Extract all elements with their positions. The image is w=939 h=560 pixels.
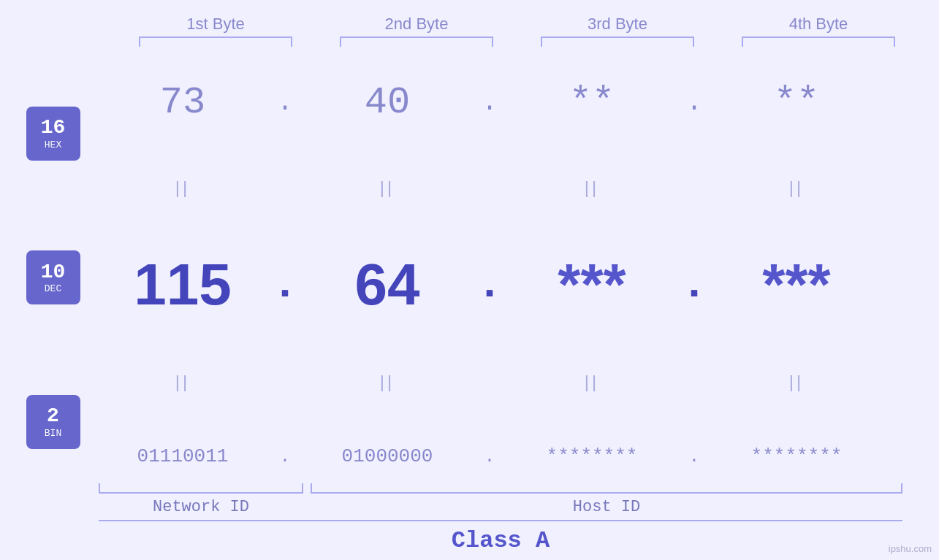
bin-row: 01110011 . 01000000 . ******** . [99, 445, 939, 467]
bin-byte4: ******** [712, 445, 881, 467]
bin-byte1-value: 01110011 [137, 445, 229, 467]
bottom-section: Network ID Host ID [99, 483, 902, 516]
dec-byte2: 64 [303, 251, 471, 318]
hex-badge-label: HEX [45, 139, 61, 150]
bracket-1 [139, 37, 292, 47]
hex-byte1-value: 73 [160, 81, 205, 124]
bin-byte3: ******** [508, 445, 676, 467]
hex-badge-number: 16 [41, 117, 66, 139]
eq2-b4: || [712, 372, 881, 392]
byte-headers: 1st Byte 2nd Byte 3rd Byte 4th Byte [115, 15, 919, 34]
dec-badge: 10 DEC [26, 250, 80, 304]
dec-byte4-value: *** [762, 251, 830, 318]
network-id-label: Network ID [99, 498, 303, 516]
footer: ipshu.com [889, 543, 932, 554]
bin-byte2: 01000000 [303, 445, 471, 467]
dec-dot1: . [267, 260, 303, 310]
bin-badge: 2 BIN [26, 395, 80, 449]
eq-row-2: || || || || [99, 372, 939, 392]
byte2-header: 2nd Byte [329, 15, 504, 34]
dec-byte4: *** [712, 251, 881, 318]
bin-byte1: 01110011 [99, 445, 267, 467]
dec-byte3-value: *** [558, 251, 626, 318]
eq2-b2: || [303, 372, 471, 392]
hex-byte2: 40 [303, 81, 471, 124]
byte3-header: 3rd Byte [530, 15, 705, 34]
hex-byte3-value: ** [569, 81, 615, 124]
bin-dot2-symbol: . [484, 447, 495, 467]
dec-byte2-value: 64 [355, 251, 420, 318]
dec-byte3: *** [508, 251, 676, 318]
bin-dot1: . [267, 447, 303, 467]
eq2-b1: || [99, 372, 267, 392]
hex-dot3-symbol: . [686, 88, 702, 118]
hex-byte2-value: 40 [365, 81, 410, 124]
class-label: Class A [452, 527, 550, 554]
dec-badge-number: 10 [41, 261, 66, 284]
bin-dot1-symbol: . [280, 447, 290, 467]
badges-column: 16 HEX 10 DEC 2 BIN [0, 54, 99, 560]
hex-dot2-symbol: . [482, 88, 498, 118]
bin-badge-number: 2 [47, 405, 59, 428]
dec-dot2-symbol: . [476, 260, 503, 310]
eq2-b3: || [508, 372, 676, 392]
dec-row: 115 . 64 . *** . *** [99, 251, 939, 318]
hex-badge: 16 HEX [26, 107, 80, 161]
hex-dot2: . [471, 88, 508, 118]
host-bracket [311, 483, 902, 494]
bracket-4 [742, 37, 895, 47]
host-id-label: Host ID [311, 498, 902, 516]
hex-dot1: . [267, 88, 303, 118]
dec-byte1-value: 115 [134, 251, 231, 318]
eq1-b1: || [99, 177, 267, 198]
dec-badge-label: DEC [45, 283, 61, 294]
dec-dot3: . [676, 260, 712, 310]
network-bracket [99, 483, 303, 494]
eq1-b2: || [303, 177, 471, 198]
bottom-labels: Network ID Host ID [99, 498, 902, 516]
byte4-header: 4th Byte [731, 15, 906, 34]
bin-byte4-value: ******** [751, 445, 843, 467]
eq-row-1: || || || || [99, 177, 939, 198]
hex-byte4: ** [712, 81, 881, 124]
eq1-b3: || [508, 177, 676, 198]
byte1-header: 1st Byte [128, 15, 303, 34]
dec-dot3-symbol: . [681, 260, 707, 310]
dec-byte1: 115 [99, 251, 267, 318]
hex-byte4-value: ** [774, 81, 819, 124]
hex-byte3: ** [508, 81, 676, 124]
dec-dot1-symbol: . [272, 260, 298, 310]
eq1-b4: || [712, 177, 881, 198]
bin-badge-label: BIN [45, 428, 61, 439]
top-brackets [115, 37, 919, 47]
dec-dot2: . [471, 260, 508, 310]
bin-dot3-symbol: . [689, 447, 699, 467]
bin-byte3-value: ******** [547, 445, 638, 467]
bracket-3 [541, 37, 694, 47]
hex-dot3: . [676, 88, 712, 118]
bin-dot2: . [471, 447, 508, 467]
hex-dot1-symbol: . [277, 88, 293, 118]
hex-row: 73 . 40 . ** . ** [99, 81, 939, 124]
main-container: 1st Byte 2nd Byte 3rd Byte 4th Byte 16 H… [0, 0, 939, 560]
bin-byte2-value: 01000000 [342, 445, 433, 467]
bin-dot3: . [676, 447, 712, 467]
class-section: Class A [99, 520, 902, 560]
hex-byte1: 73 [99, 81, 267, 124]
bracket-2 [340, 37, 493, 47]
bottom-brackets [99, 483, 902, 494]
footer-site: ipshu.com [889, 543, 932, 554]
